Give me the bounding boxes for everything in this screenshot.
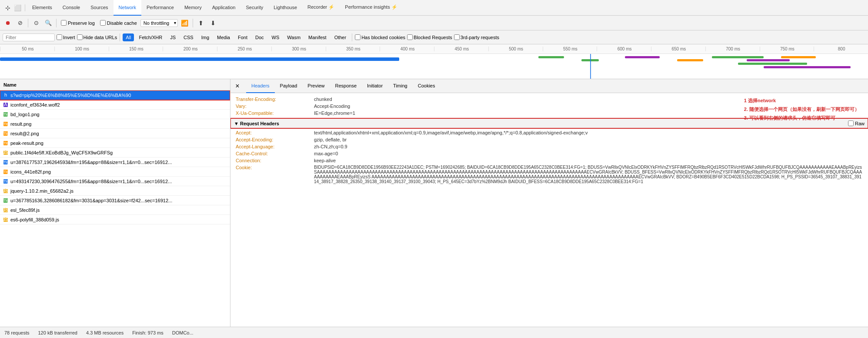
tab-application[interactable]: Application	[207, 0, 241, 16]
filter-type-font[interactable]: Font	[235, 33, 250, 41]
filter-type-ws[interactable]: WS	[269, 33, 283, 41]
file-item-4[interactable]: img result@2.png	[0, 129, 230, 138]
third-party-input[interactable]	[454, 34, 460, 40]
stop-button[interactable]: ⊘	[15, 18, 25, 28]
disable-cache-label: Disable cache	[107, 20, 137, 26]
req-header-accept-language: Accept-Language: zh-CN,zh;q=0.9	[230, 143, 868, 150]
filter-type-css[interactable]: CSS	[180, 33, 197, 41]
panel-tab-initiator[interactable]: Initiator	[362, 79, 388, 93]
third-party-checkbox[interactable]: 3rd-party requests	[454, 34, 499, 40]
ruler-mark-9: 500 ms	[488, 47, 543, 51]
panel-tabs: × Headers Payload Preview Response Initi…	[230, 79, 868, 93]
network-toolbar: ⏺ ⊘ ⊙ 🔍 Preserve log Disable cache No th…	[0, 16, 868, 30]
file-item-10[interactable]: JS jquery-1.10.2.min_65682a2.js	[0, 186, 230, 196]
has-blocked-cookies-input[interactable]	[355, 34, 361, 40]
preserve-log-checkbox[interactable]: Preserve log	[59, 20, 97, 26]
req-header-name-connection: Connection:	[236, 158, 314, 163]
filter-button[interactable]: ⊙	[31, 18, 41, 28]
img-icon-5: img	[3, 140, 9, 146]
invert-input[interactable]	[57, 34, 62, 40]
file-item-6[interactable]: JS public.1f4d4e5ff.XEoBdBJg_WqCF5X9wGRF…	[0, 148, 230, 157]
upload-icon[interactable]: ⬆	[196, 18, 206, 28]
panel-content[interactable]: Transfer-Encoding: chunked Vary: Accept-…	[230, 93, 868, 327]
req-header-connection: Connection: keep-alive	[230, 157, 868, 164]
timeline-bar-green-3	[712, 56, 764, 58]
tab-perf-insights[interactable]: Performance insights ⚡	[340, 0, 402, 16]
disable-cache-checkbox[interactable]: Disable cache	[98, 20, 139, 26]
finish-time: Finish: 973 ms	[132, 330, 164, 335]
filter-type-img[interactable]: Img	[198, 33, 212, 41]
tab-lighthouse[interactable]: Lighthouse	[268, 0, 302, 16]
filter-input[interactable]	[3, 33, 55, 41]
file-item-selected[interactable]: h s?wd=pip%20%E6%B8%85%E5%8D%8E%E6%BA%90	[0, 90, 230, 100]
header-row-transfer: Transfer-Encoding: chunked	[230, 96, 868, 103]
tab-performance[interactable]: Performance	[141, 0, 179, 16]
file-item-9[interactable]: img u=493147230,3096476255&fm=195&app=88…	[0, 177, 230, 186]
tab-network[interactable]: Network	[114, 0, 141, 16]
req-header-value-accept: text/html,application/xhtml+xml,applicat…	[314, 130, 588, 135]
panel-tab-cookies[interactable]: Cookies	[413, 79, 441, 93]
wifi-icon[interactable]: 📶	[180, 18, 190, 28]
file-item-name-1: iconfont_ef3634e.woff2	[10, 102, 60, 107]
svg-text:img: img	[3, 160, 8, 164]
disable-cache-input[interactable]	[100, 20, 106, 26]
file-list-scroll[interactable]: h s?wd=pip%20%E6%B8%85%E5%8D%8E%E6%BA%90…	[0, 90, 230, 327]
blocked-requests-input[interactable]	[407, 34, 413, 40]
filter-type-manifest[interactable]: Manifest	[305, 33, 330, 41]
blocked-requests-checkbox[interactable]: Blocked Requests	[407, 34, 452, 40]
tab-sources[interactable]: Sources	[85, 0, 113, 16]
file-item-7[interactable]: img u=3876177537,196264593&fm=195&app=88…	[0, 157, 230, 167]
file-item-name-2: bd_logo1.png	[10, 112, 40, 117]
tab-elements[interactable]: Elements	[27, 0, 57, 16]
svg-text:img: img	[3, 141, 8, 145]
preserve-log-input[interactable]	[61, 20, 67, 26]
search-button[interactable]: 🔍	[43, 18, 53, 28]
file-item-13[interactable]: JS es6-polyfill_388d059.js	[0, 215, 230, 224]
third-party-label: 3rd-party requests	[461, 35, 499, 40]
tab-recorder[interactable]: Recorder ⚡	[302, 0, 340, 16]
download-icon[interactable]: ⬇	[208, 18, 218, 28]
file-item-12[interactable]: JS esl_5fec89f.js	[0, 205, 230, 215]
raw-checkbox[interactable]: Raw	[848, 120, 865, 126]
filter-type-all[interactable]: All	[123, 33, 134, 41]
panel-tab-response[interactable]: Response	[330, 79, 362, 93]
tab-security[interactable]: Security	[240, 0, 268, 16]
record-button[interactable]: ⏺	[3, 18, 13, 28]
close-panel-button[interactable]: ×	[232, 81, 243, 91]
file-item-3[interactable]: img result.png	[0, 119, 230, 129]
header-row-vary: Vary: Accept-Encoding	[230, 103, 868, 110]
has-blocked-cookies-checkbox[interactable]: Has blocked cookies	[355, 34, 405, 40]
timeline-bar-green-1	[538, 56, 564, 58]
ruler-mark-10: 550 ms	[543, 47, 597, 51]
file-item-11[interactable]: img u=3677851636,3286086182&fm=3031&app=…	[0, 196, 230, 205]
filter-type-fetch[interactable]: Fetch/XHR	[136, 33, 165, 41]
tab-memory[interactable]: Memory	[179, 0, 207, 16]
panel-tab-timing[interactable]: Timing	[388, 79, 413, 93]
req-header-name-accept-language: Accept-Language:	[236, 144, 314, 149]
hide-data-urls-input[interactable]	[77, 34, 83, 40]
tab-bar: ⊹ ⬜ Elements Console Sources Network Per…	[0, 0, 868, 16]
panel-tab-preview[interactable]: Preview	[302, 79, 330, 93]
filter-type-media[interactable]: Media	[214, 33, 233, 41]
tab-console[interactable]: Console	[57, 0, 85, 16]
invert-checkbox[interactable]: Invert	[57, 34, 75, 40]
file-item-5[interactable]: img peak-result.png	[0, 138, 230, 148]
file-item-1[interactable]: A iconfont_ef3634e.woff2	[0, 100, 230, 110]
svg-text:img: img	[3, 121, 8, 126]
filter-type-wasm[interactable]: Wasm	[284, 33, 304, 41]
req-header-name-cache-control: Cache-Control:	[236, 151, 314, 156]
svg-text:img: img	[3, 198, 8, 203]
raw-input[interactable]	[848, 120, 854, 126]
file-item-8[interactable]: img icons_441e82f.png	[0, 167, 230, 177]
request-headers-section[interactable]: ▼ Request Headers Raw	[230, 118, 868, 128]
filter-type-other[interactable]: Other	[331, 33, 350, 41]
file-item-2[interactable]: img bd_logo1.png	[0, 110, 230, 119]
throttling-select[interactable]: No throttling	[140, 19, 178, 27]
filter-type-js[interactable]: JS	[167, 33, 179, 41]
hide-data-urls-label: Hide data URLs	[83, 35, 117, 40]
filter-type-doc[interactable]: Doc	[252, 33, 267, 41]
panel-tab-headers[interactable]: Headers	[246, 79, 275, 93]
panel-tab-payload[interactable]: Payload	[275, 79, 303, 93]
ruler-mark-3: 200 ms	[163, 47, 217, 51]
hide-data-urls-checkbox[interactable]: Hide data URLs	[77, 34, 117, 40]
